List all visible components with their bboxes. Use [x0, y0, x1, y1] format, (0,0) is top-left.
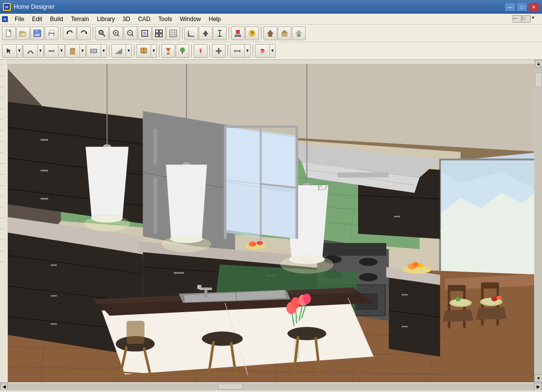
menu-help[interactable]: Help — [205, 14, 225, 24]
kitchen-render: EAT — [8, 60, 534, 382]
svg-point-174 — [413, 262, 419, 267]
bottom-scrollbar[interactable]: ◀ ▶ — [0, 382, 542, 390]
minimize-button[interactable]: — — [505, 2, 516, 11]
svg-marker-233 — [85, 147, 129, 219]
cabinet-main — [137, 47, 151, 55]
maximize-button[interactable]: □ — [516, 2, 527, 11]
select-dropdown[interactable]: ▼ — [2, 44, 23, 58]
roof2-button[interactable] — [278, 26, 291, 40]
sep2 — [93, 27, 93, 40]
menu-3d[interactable]: 3D — [119, 14, 134, 24]
svg-rect-257 — [8, 60, 534, 64]
grid-button[interactable] — [166, 26, 180, 40]
svg-marker-252 — [227, 127, 260, 187]
sep-t2-4 — [191, 45, 192, 57]
svg-text:EAT: EAT — [316, 179, 337, 193]
svg-rect-128 — [41, 198, 49, 199]
paint-button[interactable] — [161, 44, 175, 58]
inner-min-btn[interactable]: — — [513, 15, 521, 23]
fit-all-button[interactable] — [152, 26, 166, 40]
svg-rect-52 — [282, 33, 287, 37]
svg-rect-10 — [35, 30, 38, 32]
svg-rect-127 — [41, 170, 49, 172]
door-dropdown[interactable]: ▼ — [65, 44, 86, 58]
inner-close-btn[interactable]: ✕ — [531, 15, 540, 23]
landscape-button[interactable] — [176, 44, 189, 58]
print-button[interactable] — [45, 26, 58, 40]
zoom-out-button[interactable] — [124, 26, 137, 40]
menu-tools[interactable]: Tools — [155, 14, 176, 24]
measure-button[interactable] — [213, 26, 227, 40]
arrow-up-button[interactable] — [199, 26, 212, 40]
move-button[interactable] — [212, 44, 226, 58]
svg-rect-136 — [153, 177, 157, 234]
zoom-glass-button[interactable] — [95, 26, 109, 40]
svg-text:?: ? — [251, 31, 254, 36]
svg-text:REC: REC — [259, 49, 265, 52]
menu-app-icon: H — [1, 16, 8, 23]
svg-rect-66 — [121, 49, 122, 54]
svg-point-240 — [162, 236, 211, 252]
svg-rect-135 — [153, 129, 157, 165]
menu-edit[interactable]: Edit — [28, 14, 46, 24]
stair-main — [112, 47, 126, 55]
svg-marker-254 — [227, 183, 260, 238]
pin-button[interactable] — [194, 44, 207, 58]
record-dropdown[interactable]: REC ▼ — [255, 44, 276, 58]
svg-rect-14 — [50, 30, 53, 33]
scroll-up-button[interactable]: ▲ — [535, 60, 542, 68]
svg-point-235 — [84, 216, 130, 231]
zoom-in-button[interactable] — [109, 26, 123, 40]
close-button[interactable]: ✕ — [528, 2, 539, 11]
sep3 — [182, 27, 182, 40]
sep-t2-3 — [159, 45, 159, 57]
menu-cad[interactable]: CAD — [134, 14, 154, 24]
arc-dropdown[interactable]: ▼ — [23, 44, 44, 58]
svg-rect-149 — [174, 272, 184, 273]
door-main — [66, 47, 79, 55]
stair-dropdown[interactable]: ▼ — [111, 44, 132, 58]
fit-page-button[interactable] — [138, 26, 152, 40]
roof1-button[interactable] — [263, 26, 277, 40]
window-main — [87, 47, 101, 55]
svg-rect-64 — [117, 51, 119, 53]
menu-window[interactable]: Window — [176, 14, 205, 24]
scroll-left-button[interactable]: ◀ — [0, 383, 8, 391]
svg-rect-222 — [481, 282, 499, 289]
svg-rect-62 — [91, 49, 97, 52]
menu-library[interactable]: Library — [93, 14, 119, 24]
title-bar: H Home Designer — □ ✕ — [0, 0, 542, 14]
svg-point-245 — [280, 255, 334, 274]
house-button[interactable] — [292, 26, 306, 40]
dimension-dropdown[interactable]: ▼ — [230, 44, 251, 58]
svg-rect-249 — [296, 126, 298, 239]
svg-rect-248 — [224, 125, 226, 239]
svg-rect-34 — [170, 30, 177, 37]
svg-point-69 — [142, 50, 143, 51]
svg-point-210 — [287, 327, 326, 340]
stamp-button[interactable] — [231, 26, 245, 40]
save-button[interactable] — [30, 26, 44, 40]
angle-button[interactable] — [184, 26, 198, 40]
scroll-down-button[interactable]: ▼ — [535, 374, 542, 382]
right-scrollbar[interactable]: ▲ ▼ — [534, 60, 542, 382]
inner-max-btn[interactable]: □ — [522, 15, 531, 23]
menu-build[interactable]: Build — [46, 14, 67, 24]
scroll-right-button[interactable]: ▶ — [534, 383, 542, 391]
redo-button[interactable] — [77, 26, 91, 40]
open-file-button[interactable] — [16, 26, 30, 40]
svg-marker-50 — [267, 30, 274, 37]
svg-line-22 — [117, 34, 119, 36]
svg-marker-55 — [7, 48, 12, 53]
cabinet-dropdown[interactable]: ▼ — [136, 44, 157, 58]
svg-point-206 — [202, 332, 243, 346]
viewport: EAT — [8, 60, 534, 382]
wall-dropdown[interactable]: ▼ — [44, 44, 65, 58]
help-button[interactable]: ? — [245, 26, 259, 40]
menu-file[interactable]: File — [11, 14, 28, 24]
undo-button[interactable] — [63, 26, 77, 40]
new-file-button[interactable] — [2, 26, 16, 40]
window-dropdown[interactable]: ▼ — [86, 44, 107, 58]
menu-terrain[interactable]: Terrain — [67, 14, 93, 24]
svg-point-229 — [491, 296, 498, 301]
